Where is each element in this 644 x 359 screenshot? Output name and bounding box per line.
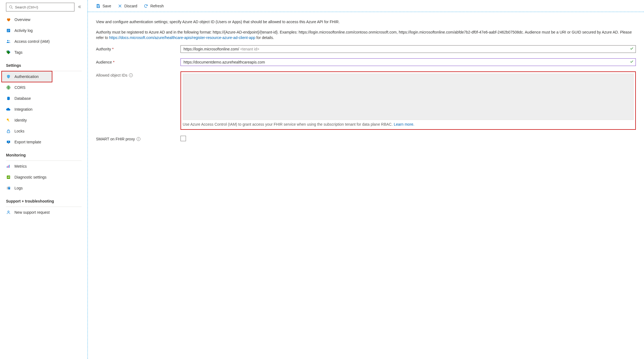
authority-input[interactable]: https://login.microsoftonline.com/ <tena… — [180, 45, 636, 53]
refresh-button[interactable]: Refresh — [141, 0, 166, 12]
intro-text-2b: for details. — [256, 35, 274, 40]
content: View and configure authentication settin… — [88, 12, 644, 155]
learn-more-link[interactable]: Learn more. — [394, 122, 414, 126]
toolbar: Save Discard Refresh — [88, 0, 644, 12]
sidebar-item-label: Identity — [14, 118, 27, 122]
required-indicator: * — [113, 59, 114, 65]
nav-list: Overview Activity log Access control (IA… — [0, 13, 88, 218]
svg-point-8 — [7, 51, 8, 52]
form-row-authority: Authority* https://login.microsoftonline… — [96, 45, 636, 53]
hint-text: Use Azure Access Control (IAM) to grant … — [183, 122, 394, 126]
sidebar-item-integration[interactable]: Integration — [0, 104, 88, 115]
log-icon — [6, 28, 11, 33]
svg-rect-14 — [7, 131, 10, 133]
svg-rect-17 — [7, 166, 7, 168]
sidebar-item-label: New support request — [14, 210, 50, 215]
info-icon[interactable]: i — [129, 73, 133, 77]
label-text: Allowed object IDs — [96, 73, 127, 78]
collapse-sidebar-button[interactable] — [78, 5, 82, 10]
svg-rect-24 — [9, 188, 10, 188]
allowed-object-ids-box[interactable] — [183, 74, 634, 120]
svg-point-6 — [7, 40, 9, 41]
sidebar-item-label: Export template — [14, 140, 41, 144]
form-row-smart-proxy: SMART on FHIR proxy i — [96, 135, 636, 142]
sidebar-item-activity-log[interactable]: Activity log — [0, 25, 88, 36]
toolbar-label: Save — [103, 4, 111, 8]
allowed-object-ids-label: Allowed object IDs i — [96, 71, 180, 78]
sidebar-item-label: Diagnostic settings — [14, 175, 47, 179]
close-icon — [118, 4, 122, 8]
svg-rect-3 — [7, 30, 10, 30]
sidebar-item-label: Activity log — [14, 28, 33, 33]
docs-link[interactable]: https://docs.microsoft.com/azure/healthc… — [109, 35, 255, 40]
check-icon — [630, 59, 634, 65]
svg-point-0 — [10, 6, 12, 8]
lock-icon — [6, 129, 11, 134]
sidebar-item-label: Integration — [14, 107, 32, 111]
database-icon — [6, 96, 11, 101]
smart-proxy-label: SMART on FHIR proxy i — [96, 135, 180, 142]
metrics-icon — [6, 164, 11, 169]
svg-rect-13 — [8, 120, 10, 122]
people-icon — [6, 39, 11, 44]
svg-rect-18 — [8, 165, 8, 168]
logs-icon — [6, 186, 11, 191]
sidebar-item-authentication[interactable]: Authentication — [2, 71, 52, 82]
check-icon — [630, 46, 634, 52]
nav-group-support: Support + troubleshooting — [0, 194, 88, 205]
sidebar-item-label: Logs — [14, 186, 23, 190]
audience-input[interactable] — [180, 58, 636, 66]
smart-proxy-checkbox[interactable] — [180, 136, 186, 141]
key-icon — [6, 118, 11, 123]
sidebar-item-label: Access control (IAM) — [14, 39, 50, 44]
svg-rect-27 — [97, 6, 99, 7]
sidebar-item-diagnostic-settings[interactable]: Diagnostic settings — [0, 172, 88, 183]
diagnostic-icon — [6, 175, 11, 180]
sidebar-item-overview[interactable]: Overview — [0, 14, 88, 25]
sidebar-item-tags[interactable]: Tags — [0, 47, 88, 58]
authority-value: https://login.microsoftonline.com/ — [183, 46, 239, 52]
chevron-double-left-icon — [78, 5, 82, 9]
allowed-object-ids-highlight: Use Azure Access Control (IAM) to grant … — [180, 71, 636, 130]
required-indicator: * — [112, 46, 113, 52]
globe-icon — [6, 85, 11, 90]
audience-label: Audience* — [96, 58, 180, 65]
sidebar-item-export-template[interactable]: Export template — [0, 137, 88, 147]
toolbar-label: Refresh — [150, 4, 164, 8]
svg-rect-4 — [7, 31, 10, 31]
svg-rect-16 — [8, 143, 9, 143]
sidebar-item-label: CORS — [14, 85, 25, 90]
save-icon — [96, 4, 100, 8]
sidebar-item-identity[interactable]: Identity — [0, 115, 88, 126]
svg-point-10 — [7, 97, 10, 98]
toolbar-label: Discard — [124, 4, 137, 8]
sidebar-item-database[interactable]: Database — [0, 93, 88, 104]
nav-group-monitoring: Monitoring — [0, 147, 88, 159]
heart-icon — [6, 17, 11, 22]
svg-rect-19 — [9, 165, 10, 168]
cloud-icon — [6, 107, 11, 112]
discard-button[interactable]: Discard — [115, 0, 140, 12]
search-input[interactable]: Search (Ctrl+/) — [6, 3, 74, 11]
support-person-icon — [6, 210, 11, 215]
save-button[interactable]: Save — [93, 0, 114, 12]
main-panel: Save Discard Refresh View and configure … — [88, 0, 644, 359]
sidebar-item-access-control[interactable]: Access control (IAM) — [0, 36, 88, 47]
search-placeholder: Search (Ctrl+/) — [15, 5, 38, 9]
svg-line-1 — [12, 8, 13, 9]
sidebar-item-new-support-request[interactable]: New support request — [0, 207, 88, 218]
sidebar-item-locks[interactable]: Locks — [0, 126, 88, 137]
sidebar-item-logs[interactable]: Logs — [0, 183, 88, 194]
nav-group-settings: Settings — [0, 58, 88, 69]
sidebar-item-label: Authentication — [14, 74, 39, 79]
label-text: Audience — [96, 59, 112, 65]
allowed-object-ids-hint: Use Azure Access Control (IAM) to grant … — [183, 122, 634, 127]
svg-rect-26 — [97, 4, 99, 5]
info-icon[interactable]: i — [137, 137, 140, 141]
sidebar-item-cors[interactable]: CORS — [0, 82, 88, 93]
shield-icon — [6, 74, 11, 79]
sidebar-item-metrics[interactable]: Metrics — [0, 161, 88, 172]
svg-rect-5 — [7, 31, 9, 32]
label-text: Authority — [96, 46, 111, 52]
intro-text-2: Authority must be registered to Azure AD… — [96, 29, 636, 40]
